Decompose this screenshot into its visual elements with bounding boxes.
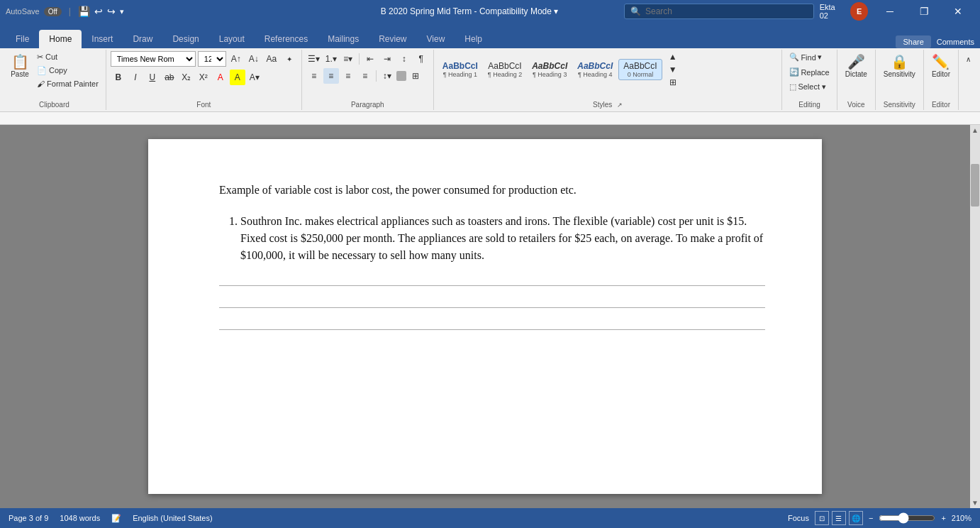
undo-icon[interactable]: ↩ <box>94 6 103 17</box>
subscript-button[interactable]: X₂ <box>179 70 194 85</box>
multilevel-list-button[interactable]: ≡▾ <box>340 51 356 67</box>
styles-scroll-down[interactable]: ▼ <box>665 64 681 75</box>
style-heading3[interactable]: AaBbCcI ¶ Heading 3 <box>528 60 572 79</box>
scroll-track[interactable] <box>970 136 980 497</box>
more-icon[interactable]: ▾ <box>120 7 124 16</box>
collapse-ribbon-button[interactable]: ∧ <box>960 51 976 67</box>
tab-view[interactable]: View <box>417 30 455 48</box>
underline-button[interactable]: U <box>145 70 160 85</box>
font-size-select[interactable]: 12 <box>198 51 226 67</box>
paste-button[interactable]: 📋 Paste <box>7 51 33 80</box>
line-spacing-button[interactable]: ↕▾ <box>379 68 395 84</box>
user-avatar[interactable]: E <box>850 2 868 21</box>
style-heading4[interactable]: AaBbCcI ¶ Heading 4 <box>573 60 617 79</box>
ribbon: 📋 Paste ✂ Cut 📄 Copy 🖌 Format Painter Cl… <box>0 48 980 112</box>
bold-button[interactable]: B <box>111 70 126 85</box>
grow-font-button[interactable]: A↑ <box>228 51 244 67</box>
language[interactable]: English (United States) <box>133 514 213 522</box>
intro-paragraph: Example of variable cost is labor cost, … <box>219 182 765 199</box>
tab-references[interactable]: References <box>255 30 318 48</box>
sensitivity-content: 🔒 Sensitivity <box>880 51 919 99</box>
find-button[interactable]: 🔍 Find ▾ <box>786 51 824 63</box>
font-color-button[interactable]: A▾ <box>247 70 262 85</box>
close-button[interactable]: ✕ <box>942 0 974 23</box>
clear-formatting-button[interactable]: ✦ <box>282 51 297 67</box>
window-controls[interactable]: ─ ❐ ✕ <box>874 0 974 23</box>
dictate-button[interactable]: 🎤 Dictate <box>842 51 871 80</box>
print-layout-icon[interactable]: ⊡ <box>815 511 829 525</box>
styles-group: AaBbCcI ¶ Heading 1 AaBbCcI ¶ Heading 2 … <box>434 50 783 110</box>
scroll-thumb[interactable] <box>971 164 979 207</box>
redo-icon[interactable]: ↪ <box>107 6 116 17</box>
styles-scroll-up[interactable]: ▲ <box>665 51 681 62</box>
cut-button[interactable]: ✂ Cut <box>34 51 101 63</box>
select-button[interactable]: ⬚ Select ▾ <box>786 81 829 93</box>
search-input[interactable] <box>645 6 808 16</box>
style-heading2[interactable]: AaBbCcI ¶ Heading 2 <box>484 60 526 79</box>
scroll-up-arrow[interactable]: ▲ <box>970 125 980 136</box>
styles-more[interactable]: ⊞ <box>665 77 681 88</box>
tab-insert[interactable]: Insert <box>82 30 123 48</box>
read-mode-icon[interactable]: ☰ <box>832 511 846 525</box>
comments-button[interactable]: Comments <box>937 38 974 46</box>
sort-button[interactable]: ↕ <box>396 51 412 67</box>
proofing-icon[interactable]: 📝 <box>111 514 121 523</box>
restore-button[interactable]: ❐ <box>908 0 940 23</box>
style-normal[interactable]: AaBbCcI 0 Normal <box>618 59 662 80</box>
share-button[interactable]: Share <box>896 35 930 48</box>
tab-layout[interactable]: Layout <box>209 30 255 48</box>
paste-label: Paste <box>11 70 29 78</box>
web-layout-icon[interactable]: 🌐 <box>849 511 863 525</box>
zoom-in-icon[interactable]: + <box>941 514 945 522</box>
style-heading4-preview: AaBbCcI <box>577 61 613 71</box>
font-row-bottom: B I U ab X₂ X² A A A▾ <box>111 70 262 85</box>
format-painter-button[interactable]: 🖌 Format Painter <box>34 78 101 89</box>
styles-dialog-launcher[interactable]: ↗ <box>617 101 623 109</box>
replace-button[interactable]: 🔄 Replace <box>786 66 832 78</box>
justify-button[interactable]: ≡ <box>357 68 373 84</box>
highlight-button[interactable]: A <box>230 70 245 85</box>
strikethrough-button[interactable]: ab <box>162 70 177 85</box>
focus-button[interactable]: Focus <box>788 514 809 522</box>
align-left-button[interactable]: ≡ <box>306 68 322 84</box>
separator-line-3 <box>219 329 765 330</box>
tab-file[interactable]: File <box>6 30 39 48</box>
tab-design[interactable]: Design <box>162 30 208 48</box>
dictate-label: Dictate <box>845 70 867 78</box>
bullets-button[interactable]: ☰▾ <box>306 51 322 67</box>
shading-button[interactable] <box>396 71 406 81</box>
zoom-slider[interactable] <box>879 512 935 524</box>
sensitivity-button[interactable]: 🔒 Sensitivity <box>880 51 919 80</box>
align-center-button[interactable]: ≡ <box>323 68 339 84</box>
styles-scroll: ▲ ▼ ⊞ <box>665 51 681 88</box>
copy-button[interactable]: 📄 Copy <box>34 65 101 77</box>
tab-help[interactable]: Help <box>455 30 492 48</box>
vertical-scrollbar[interactable]: ▲ ▼ <box>970 125 980 508</box>
borders-button[interactable]: ⊞ <box>408 68 423 84</box>
zoom-out-icon[interactable]: − <box>869 514 873 522</box>
save-icon[interactable]: 💾 <box>78 6 90 17</box>
text-color-button[interactable]: A <box>213 70 228 85</box>
show-marks-button[interactable]: ¶ <box>413 51 429 67</box>
numbering-button[interactable]: 1.▾ <box>323 51 339 67</box>
shrink-font-button[interactable]: A↓ <box>246 51 262 67</box>
scroll-down-arrow[interactable]: ▼ <box>970 497 980 508</box>
user-name: Ekta 02 <box>820 3 845 20</box>
tab-draw[interactable]: Draw <box>123 30 162 48</box>
tab-mailings[interactable]: Mailings <box>318 30 369 48</box>
style-heading1[interactable]: AaBbCcI ¶ Heading 1 <box>438 60 482 79</box>
tab-home[interactable]: Home <box>39 30 82 48</box>
font-name-select[interactable]: Times New Rom <box>111 51 196 67</box>
increase-indent-button[interactable]: ⇥ <box>379 51 395 67</box>
autosave-toggle[interactable]: Off <box>44 7 62 16</box>
tab-review[interactable]: Review <box>369 30 416 48</box>
superscript-button[interactable]: X² <box>196 70 211 85</box>
minimize-button[interactable]: ─ <box>874 0 906 23</box>
search-box[interactable]: 🔍 <box>624 4 814 19</box>
align-right-button[interactable]: ≡ <box>340 68 356 84</box>
italic-button[interactable]: I <box>128 70 143 85</box>
editor-button[interactable]: ✏️ Editor <box>928 51 954 80</box>
change-case-button[interactable]: Aa <box>264 51 279 67</box>
status-bar-right: Focus ⊡ ☰ 🌐 − + 210% <box>788 511 971 525</box>
decrease-indent-button[interactable]: ⇤ <box>362 51 378 67</box>
